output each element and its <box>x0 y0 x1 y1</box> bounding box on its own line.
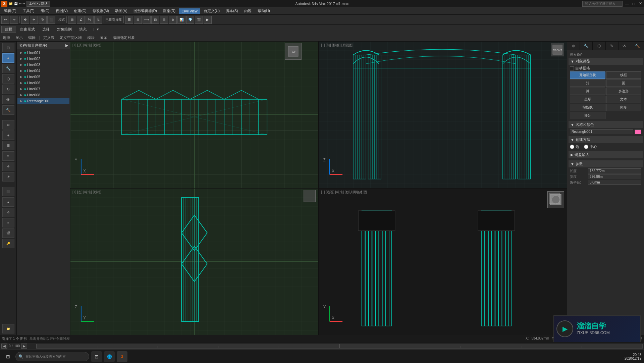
tb3-edit-selection[interactable]: 编辑选定对象 <box>111 35 137 40</box>
restore-button[interactable]: □ <box>631 1 636 6</box>
sidebar-util-icon[interactable]: 🔨 <box>2 105 14 115</box>
tree-item-line001[interactable]: ▶ ◉ Line001 <box>17 50 69 56</box>
tree-item-line002[interactable]: ▶ ◉ Line002 <box>17 56 69 62</box>
viewport-left-corner-btn[interactable] <box>304 190 316 202</box>
modeling-tab[interactable]: 建模 <box>1 26 16 33</box>
graph-editor-button[interactable]: 📊 <box>177 16 185 24</box>
menu-item-graph-editor[interactable]: 图形编辑器(D) <box>131 8 160 14</box>
render-button[interactable]: ▶ <box>204 16 212 24</box>
tb3-select[interactable]: 选择 <box>1 35 12 40</box>
menu-item-script[interactable]: 脚本(S) <box>223 8 241 14</box>
taskbar-3dsmax-btn[interactable]: 3 <box>117 351 127 362</box>
menu-item-civil-view[interactable]: Civil View <box>179 8 200 14</box>
menu-item-tools[interactable]: 工具(T) <box>20 8 37 14</box>
percent-snap-button[interactable]: % <box>86 16 94 24</box>
tree-item-line008[interactable]: ▶ ◉ Line008 <box>17 92 69 98</box>
freeform-tab[interactable]: 自由形式 <box>17 26 38 33</box>
rp-type-circle[interactable]: 圆 <box>606 80 642 87</box>
menu-item-edit[interactable]: 编辑(E) <box>1 8 19 14</box>
sidebar-modify-icon[interactable]: 🔧 <box>2 64 14 73</box>
tb3-module[interactable]: 模块 <box>85 35 97 40</box>
sidebar-obj-icon[interactable]: ◈ <box>2 131 14 140</box>
minimize-button[interactable]: — <box>625 1 629 6</box>
rp-type-rect[interactable]: 矩 <box>570 80 605 87</box>
rp-color-swatch[interactable] <box>635 129 641 134</box>
rp-type-text[interactable]: 文本 <box>606 96 642 103</box>
rp-keyboard-header[interactable]: ▶ 键盘输入 <box>569 151 643 158</box>
timeline-prev-btn[interactable]: ◀ <box>1 344 7 349</box>
tree-item-rectangle001[interactable]: ▶ ◉ Rectangle001 <box>17 98 69 104</box>
workspace-dropdown[interactable]: 工作区: 默认 <box>26 1 50 7</box>
sidebar-layer-icon[interactable]: ☰ <box>2 141 14 150</box>
align-button[interactable]: ⊡ <box>151 16 159 24</box>
menu-item-animation[interactable]: 动画(A) <box>112 8 130 14</box>
viewport-front[interactable]: Z X [+] [前] [标准] [后视图] FRONT <box>319 42 567 188</box>
tb3-define-stream[interactable]: 定义流 <box>41 35 56 40</box>
tree-item-line004[interactable]: ▶ ◉ Line004 <box>17 68 69 74</box>
select-button[interactable]: ✥ <box>21 16 29 24</box>
search-box[interactable]: 输入关键字进行搜索 <box>582 1 623 7</box>
taskbar-search[interactable]: 🔍 在这里输入你要搜索的内容 <box>15 352 89 361</box>
menu-item-group[interactable]: 组(G) <box>38 8 52 14</box>
menu-item-content[interactable]: 内容 <box>241 8 254 14</box>
tb3-display2[interactable]: 显示 <box>98 35 109 40</box>
toolbar2-mode-icon[interactable]: ▼ <box>96 28 100 31</box>
rp-autogrid-check[interactable] <box>570 66 574 70</box>
rp-type-section[interactable]: 部分 <box>570 112 605 119</box>
scene-panel-expand[interactable]: ▶ <box>65 43 68 48</box>
menu-item-view[interactable]: 视图(V) <box>53 8 71 14</box>
tb3-define-space[interactable]: 定义空间区域 <box>58 35 84 40</box>
rp-edge-radio[interactable] <box>570 145 574 149</box>
tree-item-line005[interactable]: ▶ ◉ Line005 <box>17 74 69 80</box>
move-button[interactable]: ✛ <box>30 16 38 24</box>
object-paint-tab[interactable]: 对象绘制 <box>54 26 75 33</box>
sidebar-display-icon[interactable]: 👁 <box>2 95 14 104</box>
sidebar-paint-icon[interactable]: ✏ <box>2 151 14 161</box>
menu-item-help[interactable]: 帮助(H) <box>255 8 273 14</box>
render-setup-button[interactable]: 🎬 <box>195 16 203 24</box>
viewport-top[interactable]: Y X [+] [顶] [标准] [线框] TOP <box>70 42 318 188</box>
layer-button[interactable]: ☰ <box>125 16 133 24</box>
scale-button[interactable]: ⬛ <box>47 16 55 24</box>
rp-width-input[interactable] <box>588 174 641 179</box>
rp-tab-util[interactable]: 🔨 <box>631 42 644 50</box>
sidebar-eye-icon[interactable]: 👁 <box>2 172 14 182</box>
tree-item-line003[interactable]: ▶ ◉ Line003 <box>17 62 69 68</box>
rp-tab-display[interactable]: 👁 <box>619 42 631 50</box>
selection-tab[interactable]: 选择 <box>39 26 53 33</box>
sidebar-cone-icon[interactable]: ▲ <box>2 197 14 207</box>
sidebar-motion-icon[interactable]: ↻ <box>2 85 14 94</box>
taskbar-start-btn[interactable]: ⊞ <box>3 351 13 362</box>
timeline-track[interactable] <box>36 344 643 349</box>
tb3-edit[interactable]: 编辑 <box>26 35 38 40</box>
sidebar-cyl-icon[interactable]: ⊙ <box>2 208 14 217</box>
rp-creation-method-header[interactable]: ▼ 创建方法 <box>569 136 643 143</box>
sidebar-ribbon-icon[interactable]: ≡ <box>2 218 14 227</box>
populate-tab[interactable]: 填充 <box>76 26 90 33</box>
rp-tab-modify[interactable]: 🔧 <box>580 42 593 50</box>
rp-params-header[interactable]: ▼ 参数 <box>569 160 643 167</box>
menu-item-create[interactable]: 创建(C) <box>71 8 89 14</box>
rotate-button[interactable]: ↻ <box>39 16 47 24</box>
grid-button[interactable]: ⊞ <box>134 16 142 24</box>
taskbar-edge-btn[interactable]: 🌐 <box>104 351 115 362</box>
mirror-button[interactable]: ⟺ <box>143 16 151 24</box>
viewport-perspective[interactable]: Y X [+] [透视] [标准] [默认明暗处理] <box>319 189 567 335</box>
sidebar-asset-icon[interactable]: 📁 <box>2 324 14 333</box>
nav-cube-front[interactable]: FRONT <box>551 43 564 56</box>
tree-item-line006[interactable]: ▶ ◉ Line006 <box>17 80 69 86</box>
rp-type-egg[interactable]: 卵形 <box>606 104 642 111</box>
rp-type-helix[interactable]: 螺旋线 <box>570 104 605 111</box>
menu-item-custom[interactable]: 自定义(U) <box>201 8 222 14</box>
nav-cube-persp[interactable] <box>547 191 564 208</box>
rp-type-ellipse[interactable]: 弧 <box>570 88 605 95</box>
rp-type-star[interactable]: 星形 <box>570 96 605 103</box>
angle-snap-button[interactable]: ∠ <box>77 16 85 24</box>
spacing-button[interactable]: ⊟ <box>160 16 168 24</box>
rp-tab-motion[interactable]: ↻ <box>606 42 619 50</box>
redo-button[interactable]: ↪ <box>10 16 18 24</box>
sidebar-create-icon[interactable]: ● <box>2 53 14 63</box>
tree-item-line007[interactable]: ▶ ◉ Line007 <box>17 86 69 92</box>
rp-length-input[interactable] <box>588 168 641 173</box>
spinner-snap-button[interactable]: ⇅ <box>94 16 102 24</box>
